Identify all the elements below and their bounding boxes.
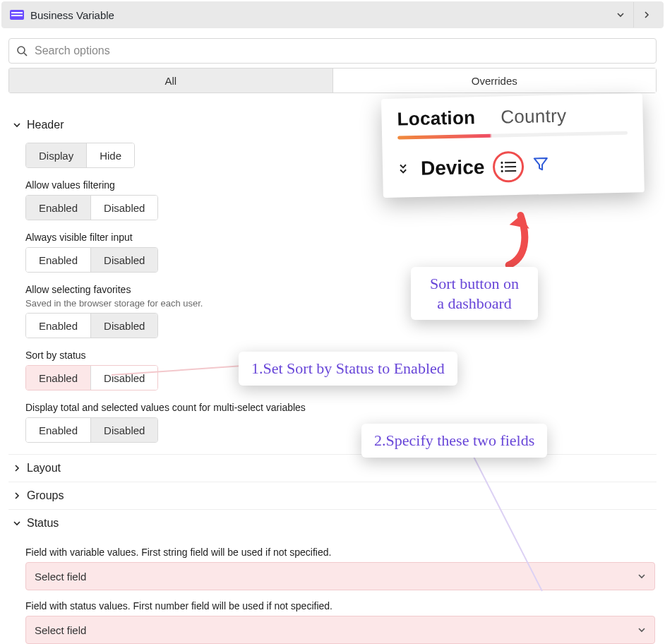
chevron-down-icon: [637, 572, 646, 580]
total-count-disabled[interactable]: Disabled: [90, 418, 157, 442]
status-var-values-select[interactable]: Select field: [25, 562, 655, 590]
chevron-right-icon: [10, 491, 24, 500]
sort-status-enabled[interactable]: Enabled: [26, 366, 90, 390]
preview-device-label: Device: [421, 156, 485, 180]
favorites-enabled[interactable]: Enabled: [26, 314, 90, 338]
collapse-button[interactable]: [608, 2, 633, 28]
status-status-values-label: Field with status values. First number f…: [25, 600, 657, 612]
total-count-toggle: Enabled Disabled: [25, 417, 158, 443]
section-layout-title: Layout: [27, 462, 61, 475]
select-placeholder: Select field: [35, 624, 637, 636]
always-visible-enabled[interactable]: Enabled: [26, 248, 90, 272]
allow-filtering-disabled[interactable]: Disabled: [90, 196, 157, 220]
chevron-down-icon: [637, 626, 646, 634]
sort-status-disabled[interactable]: Disabled: [90, 366, 157, 390]
svg-rect-1: [11, 12, 23, 13]
panel-titlebar: Business Variable: [1, 1, 664, 28]
chevron-down-icon: [10, 519, 24, 527]
always-visible-disabled[interactable]: Disabled: [90, 248, 157, 272]
tab-all[interactable]: All: [8, 68, 333, 93]
sort-list-icon: [499, 160, 517, 174]
svg-point-3: [18, 47, 25, 54]
favorites-label: Allow selecting favorites: [25, 284, 657, 295]
status-var-values-label: Field with variable values. First string…: [25, 547, 657, 558]
allow-filtering-enabled[interactable]: Enabled: [26, 196, 90, 220]
filter-icon: [532, 155, 550, 177]
panel-title: Business Variable: [30, 9, 114, 21]
svg-point-5: [501, 162, 503, 164]
search-input[interactable]: [33, 44, 649, 58]
total-count-enabled[interactable]: Enabled: [26, 418, 90, 442]
annotation-callout-step1: 1.Set Sort by Status to Enabled: [239, 352, 457, 386]
section-layout[interactable]: Layout: [8, 454, 657, 482]
annotation-callout-step2: 2.Specify these two fields: [361, 424, 547, 458]
search-input-wrapper[interactable]: [8, 38, 657, 64]
svg-point-7: [501, 166, 503, 168]
hide-button[interactable]: Hide: [86, 143, 134, 167]
sort-status-toggle: Enabled Disabled: [25, 365, 158, 390]
preview-tab-location: Location: [397, 107, 476, 136]
always-visible-label: Always visible filter input: [25, 232, 657, 243]
search-icon: [16, 45, 28, 56]
preview-tab-country: Country: [501, 105, 567, 134]
favorites-disabled[interactable]: Disabled: [90, 314, 157, 338]
total-count-label: Display total and selected values count …: [25, 402, 657, 413]
svg-line-4: [24, 53, 27, 56]
sort-icon-highlight: [493, 151, 525, 183]
annotation-callout-sort: Sort button on a dashboard: [411, 267, 538, 320]
tab-overrides[interactable]: Overrides: [333, 68, 657, 93]
svg-point-9: [501, 170, 503, 172]
section-groups[interactable]: Groups: [8, 482, 657, 509]
favorites-toggle: Enabled Disabled: [25, 313, 158, 338]
allow-filtering-toggle: Enabled Disabled: [25, 195, 158, 220]
annotation-arrow: [493, 204, 551, 271]
display-button[interactable]: Display: [26, 143, 86, 167]
section-status-title: Status: [27, 517, 59, 530]
section-header-title: Header: [27, 119, 64, 131]
svg-rect-2: [11, 15, 23, 16]
status-status-values-select[interactable]: Select field: [25, 616, 655, 644]
panel-type-icon: [9, 9, 25, 20]
chevron-right-icon: [10, 464, 24, 472]
next-button[interactable]: [633, 2, 659, 28]
options-tabs: All Overrides: [8, 68, 657, 93]
select-placeholder: Select field: [35, 571, 637, 583]
annotation-dashboard-preview: Location Country Device: [381, 93, 645, 198]
section-groups-title: Groups: [27, 489, 64, 502]
favorites-help: Saved in the browser storage for each us…: [25, 298, 657, 309]
always-visible-toggle: Enabled Disabled: [25, 247, 158, 273]
section-status[interactable]: Status: [8, 509, 657, 537]
double-chevron-icon: [398, 162, 408, 175]
header-display-toggle: Display Hide: [25, 143, 135, 168]
chevron-down-icon: [10, 121, 24, 129]
